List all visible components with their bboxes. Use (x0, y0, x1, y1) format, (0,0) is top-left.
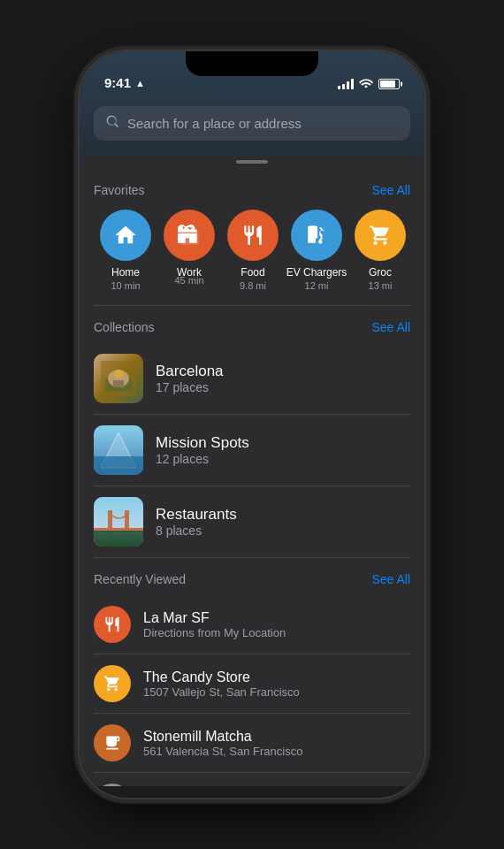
search-placeholder: Search for a place or address (127, 116, 302, 131)
signal-bar-2 (342, 84, 345, 89)
collection-thumb-restaurants (94, 497, 143, 547)
favorite-label-ev: EV Chargers (286, 266, 347, 279)
favorite-item-food[interactable]: Food 9.8 mi (221, 210, 285, 291)
wifi-icon (359, 77, 373, 90)
collection-thumb-mission (94, 425, 143, 475)
favorite-sub-home: 10 min (111, 280, 140, 291)
recent-icon-academy (94, 784, 131, 786)
favorite-sub-ev: 12 mi (305, 280, 329, 291)
recent-item-candy[interactable]: The Candy Store 1507 Vallejo St, San Fra… (80, 654, 424, 713)
phone-frame: 9:41 ▲ (80, 51, 424, 798)
collection-info-restaurants: Restaurants 8 places (156, 506, 237, 538)
collection-places-mission: 12 places (156, 452, 249, 466)
status-time: 9:41 ▲ (104, 75, 145, 90)
svg-rect-14 (94, 531, 143, 547)
collection-item-mission[interactable]: Mission Spots 12 places (80, 415, 424, 486)
recent-info-candy: The Candy Store 1507 Vallejo St, San Fra… (143, 669, 300, 699)
recent-info-lamar: La Mar SF Directions from My Location (143, 610, 286, 639)
recent-name-candy: The Candy Store (143, 669, 300, 685)
collection-item-restaurants[interactable]: Restaurants 8 places (80, 486, 424, 557)
favorite-icon-grocery (355, 210, 406, 261)
favorite-sub-grocery: 13 mi (369, 280, 393, 291)
collections-title: Collections (94, 320, 154, 334)
signal-bar-3 (347, 81, 349, 89)
screen: 9:41 ▲ (80, 51, 424, 798)
clock: 9:41 (104, 75, 131, 90)
favorite-label-grocery: Groc (369, 266, 392, 279)
collection-info-mission: Mission Spots 12 places (156, 434, 249, 466)
favorite-icon-home (100, 210, 151, 261)
pull-handle (236, 160, 268, 164)
collections-see-all[interactable]: See All (371, 320, 410, 334)
svg-rect-6 (113, 380, 124, 387)
favorite-item-home[interactable]: Home 10 min (94, 210, 157, 291)
collection-name-barcelona: Barcelona (156, 363, 224, 380)
recent-sub-lamar: Directions from My Location (143, 626, 286, 639)
favorite-icon-food (227, 210, 279, 261)
svg-point-5 (114, 370, 123, 379)
collection-info-barcelona: Barcelona 17 places (156, 363, 224, 394)
signal-bar-4 (351, 79, 354, 89)
recent-icon-candy (94, 665, 131, 702)
collection-thumb-barcelona (94, 354, 143, 403)
collection-name-mission: Mission Spots (156, 434, 249, 452)
recent-sub-stonemill: 561 Valencia St, San Francisco (143, 745, 302, 758)
signal-bars-icon (338, 79, 354, 89)
favorite-icon-ev (291, 210, 342, 261)
favorite-sub-work: 45 min (174, 275, 203, 286)
svg-rect-1 (181, 233, 196, 243)
favorites-title: Favorites (94, 183, 145, 197)
recent-item-academy[interactable]: California Academy of Sciences (80, 773, 424, 786)
favorite-icon-work (164, 210, 215, 261)
svg-rect-9 (94, 456, 143, 475)
recently-viewed-see-all[interactable]: See All (371, 572, 410, 586)
collection-name-restaurants: Restaurants (156, 506, 237, 524)
recently-viewed-title: Recently Viewed (94, 572, 186, 586)
favorites-see-all[interactable]: See All (371, 183, 410, 197)
battery-fill (380, 80, 395, 88)
favorite-item-work[interactable]: Work 45 min (157, 210, 221, 291)
battery-icon (378, 79, 400, 89)
favorites-section-header: Favorites See All (80, 169, 424, 206)
favorite-item-ev[interactable]: EV Chargers 12 mi (285, 210, 348, 291)
signal-bar-1 (338, 86, 340, 89)
recent-name-lamar: La Mar SF (143, 610, 286, 626)
collections-section-header: Collections See All (80, 306, 424, 343)
screen-content: Search for a place or address Favorites … (80, 96, 424, 798)
favorites-scroll[interactable]: Home 10 min (80, 206, 424, 305)
location-arrow-icon: ▲ (135, 78, 145, 88)
battery-tip (401, 81, 402, 86)
favorite-label-food: Food (241, 266, 264, 279)
search-bar[interactable]: Search for a place or address (94, 106, 410, 141)
recent-icon-stonemill (94, 724, 131, 761)
collection-places-restaurants: 8 places (156, 524, 237, 538)
recent-item-stonemill[interactable]: Stonemill Matcha 561 Valencia St, San Fr… (80, 714, 424, 772)
favorite-item-grocery[interactable]: Groc 13 mi (348, 210, 412, 291)
recent-item-lamar[interactable]: La Mar SF Directions from My Location (80, 595, 424, 654)
status-icons (338, 77, 400, 90)
phone-wrapper: 9:41 ▲ (0, 0, 504, 849)
search-icon (106, 115, 120, 132)
recent-info-stonemill: Stonemill Matcha 561 Valencia St, San Fr… (143, 729, 302, 758)
recent-sub-candy: 1507 Vallejo St, San Francisco (143, 685, 300, 699)
notch (186, 51, 318, 76)
favorite-label-home: Home (111, 266, 140, 279)
favorite-sub-food: 9.8 mi (240, 280, 266, 291)
main-content: Favorites See All Home 10 mi (80, 155, 424, 786)
recent-name-stonemill: Stonemill Matcha (143, 729, 302, 745)
collection-places-barcelona: 17 places (156, 380, 224, 394)
recent-icon-lamar (94, 606, 131, 643)
recently-viewed-section-header: Recently Viewed See All (80, 558, 424, 595)
collection-item-barcelona[interactable]: Barcelona 17 places (80, 343, 424, 414)
